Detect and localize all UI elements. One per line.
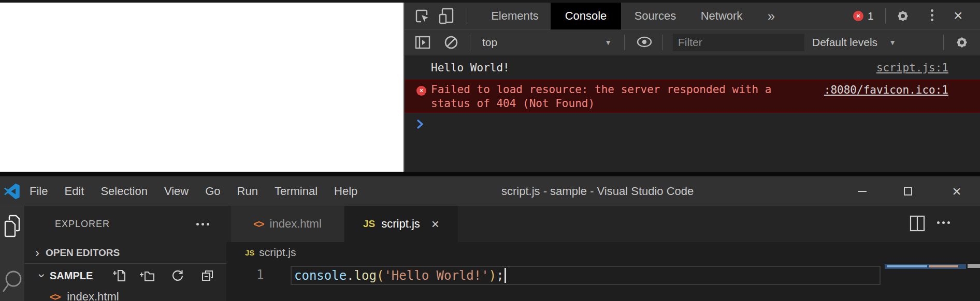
console-toolbar: top ▼ Default levels ▼ [405,29,980,55]
sidebar-header: EXPLORER [24,206,226,242]
menu-view[interactable]: View [156,176,197,206]
chevron-right-icon: › [35,247,39,259]
error-count-icon[interactable]: × [853,11,863,21]
devtools-menu-kebab-icon[interactable] [931,9,933,21]
menu-terminal[interactable]: Terminal [266,176,326,206]
maximize-button[interactable] [896,176,920,206]
explorer-icon[interactable] [4,214,20,238]
console-error-row: × Failed to load resource: the server re… [405,80,980,113]
device-toolbar-icon[interactable] [439,8,454,24]
folder-name: SAMPLE [50,270,93,282]
log-levels-dropdown[interactable]: Default levels ▼ [812,29,896,55]
page-viewport [0,3,403,172]
frame-context-value: top [482,36,497,49]
browser-window: Elements Console Sources Network » × 1 × [0,0,980,172]
tab-label: script.js [381,217,420,231]
editor-group: <> index.html JS script.js × [226,206,980,301]
collapse-all-icon[interactable] [201,269,214,282]
divider [467,8,467,24]
editor-tab-script-js[interactable]: JS script.js × [344,206,458,242]
editor-tabbar: <> index.html JS script.js × [226,206,980,242]
vscode-logo-icon [4,183,20,200]
log-levels-value: Default levels [812,36,877,49]
new-folder-icon[interactable] [140,269,154,282]
error-count: 1 [868,3,874,29]
devtools-close-icon[interactable]: × [954,8,963,23]
divider [624,35,625,50]
tab-elements[interactable]: Elements [482,3,547,29]
explorer-sidebar: EXPLORER › OPEN EDITORS › SAMPLE [24,206,226,301]
code-area[interactable]: 1 console.log('Hello World!'); [226,263,980,301]
editor-more-actions-icon[interactable] [937,221,950,224]
devtools-tabbar: Elements Console Sources Network » × 1 × [405,3,980,29]
vscode-titlebar: File Edit Selection View Go Run Terminal… [0,176,980,206]
devtools-panel: Elements Console Sources Network » × 1 × [403,3,980,172]
tab-sources[interactable]: Sources [624,3,686,29]
live-expression-eye-icon[interactable] [637,36,652,48]
settings-gear-icon[interactable] [896,9,910,23]
file-item-index-html[interactable]: <> index.html [24,288,226,301]
console-messages: Hello World! script.js:1 × Failed to loa… [405,55,980,136]
tab-network[interactable]: Network [693,3,751,29]
console-sidebar-toggle-icon[interactable] [415,36,430,49]
menu-selection[interactable]: Selection [92,176,156,206]
new-file-icon[interactable] [113,269,126,282]
close-button[interactable]: × [945,176,969,206]
window-title: script.js - sample - Visual Studio Code [501,176,694,206]
divider [662,35,663,50]
code-line[interactable]: console.log('Hello World!'); [294,268,506,283]
vscode-window: File Edit Selection View Go Run Terminal… [0,172,980,301]
chevron-down-icon: ▼ [889,38,896,47]
text-cursor [505,268,506,283]
html-file-icon: <> [253,218,263,230]
error-line-2: status of 404 (Not Found) [431,97,980,111]
menu-edit[interactable]: Edit [56,176,92,206]
refresh-icon[interactable] [171,269,184,282]
menu-run[interactable]: Run [229,176,266,206]
menu-go[interactable]: Go [197,176,228,206]
minimize-button[interactable] [850,176,874,206]
tab-close-icon[interactable]: × [431,217,439,231]
vscode-main: EXPLORER › OPEN EDITORS › SAMPLE [0,206,980,301]
filter-input[interactable] [673,34,804,51]
menu-file[interactable]: File [21,176,56,206]
console-prompt[interactable] [405,113,980,136]
vscode-top-edge [0,172,980,176]
js-file-icon: JS [363,218,375,230]
divider [470,35,470,50]
breadcrumb-file: script.js [259,246,296,259]
sidebar-more-actions-icon[interactable] [196,223,209,225]
error-source-link[interactable]: :8080/favicon.ico:1 [824,84,948,96]
chevron-down-icon: ▼ [604,38,612,47]
console-settings-gear-icon[interactable] [955,35,969,50]
inspect-element-icon[interactable] [414,8,430,24]
clear-console-icon[interactable] [444,35,458,50]
minimap[interactable] [885,264,966,269]
breadcrumb[interactable]: JS script.js [226,242,980,263]
console-log-row: Hello World! script.js:1 [405,55,980,80]
error-circle-icon: × [416,86,426,96]
open-editors-label: OPEN EDITORS [46,247,120,259]
activity-bar [0,206,24,301]
line-number: 1 [256,267,264,282]
console-log-text: Hello World! [431,62,510,74]
more-tabs-icon[interactable]: » [760,3,783,29]
frame-context-select[interactable]: top ▼ [478,29,616,55]
open-editors-section[interactable]: › OPEN EDITORS [24,242,226,264]
overview-ruler-marker [968,264,980,268]
divider [943,35,944,50]
split-editor-icon[interactable] [909,215,926,232]
js-file-icon: JS [245,248,254,257]
file-item-label: index.html [67,290,119,301]
tab-label: index.html [270,217,322,231]
editor-tab-index-html[interactable]: <> index.html [231,206,344,242]
screen: Elements Console Sources Network » × 1 × [0,0,980,301]
search-icon[interactable] [3,269,22,301]
tab-console[interactable]: Console [551,3,621,29]
sidebar-title: EXPLORER [55,219,110,230]
menu-help[interactable]: Help [326,176,366,206]
divider [885,8,886,24]
html-file-icon: <> [50,291,60,301]
log-source-link[interactable]: script.js:1 [876,62,948,74]
folder-section[interactable]: › SAMPLE [24,264,226,288]
